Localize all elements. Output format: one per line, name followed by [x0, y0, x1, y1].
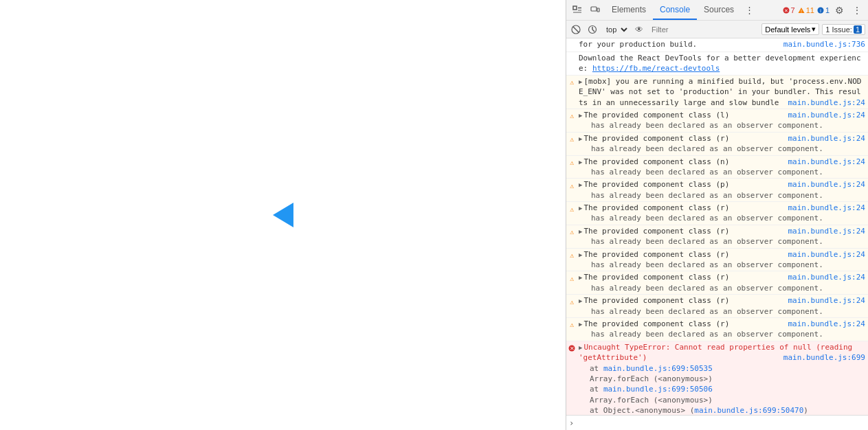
tab-console[interactable]: Console	[653, 0, 697, 20]
stack-link[interactable]: main.bundle.js:699:50535	[603, 364, 713, 373]
console-warning: ⚠ ▶The provided component class (r) main…	[566, 225, 868, 249]
warning-icon: ⚠	[566, 111, 577, 122]
warning-icon: ⚠	[566, 157, 577, 168]
warning-icon: ⚠	[566, 250, 577, 261]
source-link[interactable]: main.bundle.js:24	[788, 249, 865, 260]
devtools-panel: Elements Console Sources ⋮ ✕ 7 ! 11 i 1 …	[566, 0, 868, 430]
warning-icon: ⚠	[566, 180, 577, 191]
console-warning: ⚠ ▶The provided component class (r) main…	[566, 295, 868, 318]
issue-button[interactable]: 1 Issue: 1	[822, 24, 865, 35]
stack-link[interactable]: main.bundle.js:699:50506	[603, 385, 713, 394]
console-input-field[interactable]	[577, 418, 865, 427]
svg-text:!: !	[801, 8, 802, 13]
warning-badge[interactable]: ! 11	[798, 6, 814, 14]
source-link[interactable]: main.bundle.js:24	[788, 319, 865, 329]
warning-icon: ⚠	[566, 134, 577, 145]
source-link[interactable]: main.bundle.js:736	[783, 39, 865, 49]
filter-input[interactable]	[649, 24, 759, 35]
console-toolbar: top 👁 Default levels ▾ 1 Issue: 1	[566, 21, 868, 38]
source-link[interactable]: main.bundle.js:24	[788, 179, 865, 190]
console-warning: ⚠ ▶The provided component class (l) main…	[566, 109, 868, 133]
svg-rect-4	[591, 7, 597, 11]
tab-elements[interactable]: Elements	[605, 0, 653, 20]
settings-button[interactable]: ⚙	[831, 2, 847, 19]
svg-line-13	[573, 27, 579, 32]
devtools-toolbar: Elements Console Sources ⋮ ✕ 7 ! 11 i 1 …	[566, 0, 868, 21]
warning-icon: ⚠	[566, 203, 577, 214]
console-input: ›	[566, 415, 868, 430]
console-warning: ⚠ ▶The provided component class (r) main…	[566, 249, 868, 272]
source-link[interactable]: main.bundle.js:24	[788, 110, 865, 120]
warning-icon: ⚠	[566, 319, 577, 330]
msg-icon-spacer	[566, 40, 577, 51]
source-link[interactable]: main.bundle.js:24	[788, 295, 865, 306]
frame-selector[interactable]: top	[602, 24, 630, 35]
warning-icon: ⚠	[566, 77, 577, 88]
eye-button[interactable]: 👁	[632, 23, 646, 36]
default-levels-button[interactable]: Default levels ▾	[761, 23, 819, 35]
info-badge[interactable]: i 1	[817, 6, 830, 14]
console-message: for your production build. main.bundle.j…	[566, 38, 868, 52]
source-link[interactable]: main.bundle.js:24	[788, 133, 865, 144]
msg-icon-spacer	[566, 54, 577, 65]
console-warning: ⚠ ▶The provided component class (r) main…	[566, 271, 868, 295]
stack-link[interactable]: main.bundle.js:699:50470	[694, 406, 803, 415]
inspect-element-button[interactable]	[569, 2, 586, 19]
svg-rect-5	[597, 8, 599, 12]
console-prompt: ›	[569, 418, 574, 428]
tab-sources[interactable]: Sources	[697, 0, 741, 20]
more-options-button[interactable]: ⋮	[849, 2, 865, 19]
error-badge[interactable]: ✕ 7	[783, 6, 795, 14]
more-tabs-button[interactable]: ⋮	[741, 2, 757, 19]
console-warning: ⚠ ▶The provided component class (r) main…	[566, 318, 868, 341]
browser-viewport	[0, 0, 566, 430]
source-link[interactable]: main.bundle.js:24	[788, 272, 865, 282]
svg-text:✕: ✕	[784, 8, 788, 13]
react-devtools-link[interactable]: https://fb.me/react-devtools	[592, 64, 720, 73]
source-link[interactable]: main.bundle.js:24	[788, 98, 865, 108]
warning-icon: ⚠	[566, 296, 577, 307]
console-warning: ⚠ ▶The provided component class (r) main…	[566, 202, 868, 225]
console-warning: ⚠ ▶The provided component class (p) main…	[566, 179, 868, 202]
console-warning: ⚠ ▶[mobx] you are running a minified bui…	[566, 76, 868, 109]
preserve-log-button[interactable]	[586, 23, 599, 36]
console-message: Download the React DevTools for a better…	[566, 52, 868, 76]
console-warning: ⚠ ▶The provided component class (r) main…	[566, 133, 868, 156]
source-link[interactable]: main.bundle.js:24	[788, 226, 865, 236]
warning-icon: ⚠	[566, 273, 577, 284]
error-icon: ✕	[566, 343, 577, 354]
triangle-shape	[273, 203, 293, 227]
source-link[interactable]: main.bundle.js:699	[783, 352, 865, 363]
source-link[interactable]: main.bundle.js:24	[788, 157, 865, 167]
svg-rect-0	[573, 6, 577, 10]
svg-text:✕: ✕	[570, 346, 575, 352]
clear-console-button[interactable]	[569, 23, 583, 36]
console-messages[interactable]: for your production build. main.bundle.j…	[566, 38, 868, 415]
console-warning: ⚠ ▶The provided component class (n) main…	[566, 156, 868, 179]
devtools-tabs: Elements Console Sources ⋮	[605, 0, 757, 20]
badge-group: ✕ 7 ! 11 i 1	[783, 6, 830, 14]
svg-line-16	[592, 30, 594, 32]
console-error: ✕ ▶Uncaught TypeError: Cannot read prope…	[566, 341, 868, 415]
source-link[interactable]: main.bundle.js:24	[788, 203, 865, 213]
device-toolbar-button[interactable]	[587, 2, 603, 19]
warning-icon: ⚠	[566, 227, 577, 238]
